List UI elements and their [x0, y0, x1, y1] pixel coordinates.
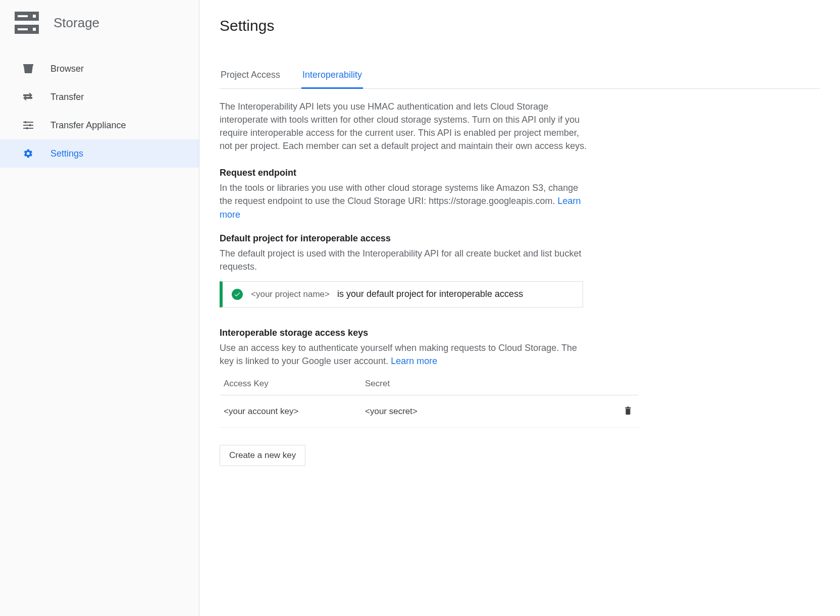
cell-access-key: <your account key>	[220, 395, 361, 428]
sliders-icon	[22, 119, 34, 131]
request-endpoint-heading: Request endpoint	[220, 168, 820, 178]
col-header-secret: Secret	[361, 373, 613, 395]
tab-project-access[interactable]: Project Access	[220, 65, 281, 89]
sidebar-item-browser[interactable]: Browser	[0, 55, 199, 83]
svg-rect-9	[29, 124, 31, 126]
create-key-button[interactable]: Create a new key	[220, 445, 305, 466]
trash-icon	[623, 409, 633, 417]
sidebar-item-label: Settings	[50, 148, 185, 159]
banner-text: <your project name> is your default proj…	[251, 289, 523, 299]
check-circle-icon	[232, 289, 243, 300]
svg-rect-8	[23, 125, 33, 126]
table-row: <your account key> <your secret>	[220, 395, 639, 428]
storage-icon	[14, 12, 39, 34]
page-title: Settings	[220, 17, 820, 34]
tab-interoperability[interactable]: Interoperability	[301, 65, 363, 89]
sidebar-item-settings[interactable]: Settings	[0, 139, 199, 168]
banner-project-name: <your project name>	[251, 289, 330, 299]
svg-rect-2	[33, 15, 36, 18]
default-project-banner: <your project name> is your default proj…	[220, 281, 583, 307]
request-endpoint-body: In the tools or libraries you use with o…	[220, 183, 578, 206]
gear-icon	[22, 147, 34, 160]
svg-rect-7	[25, 121, 26, 123]
product-header: Storage	[0, 0, 199, 45]
product-title: Storage	[54, 15, 99, 31]
keys-learn-more-link[interactable]: Learn more	[391, 356, 437, 366]
svg-rect-11	[26, 127, 28, 129]
sidebar-nav: Browser Transfer	[0, 45, 199, 168]
transfer-icon	[22, 91, 34, 103]
default-project-heading: Default project for interoperable access	[220, 233, 820, 244]
main-content: Settings Project Access Interoperability…	[199, 0, 840, 616]
sidebar-item-transfer[interactable]: Transfer	[0, 83, 199, 111]
default-project-text: The default project is used with the Int…	[220, 247, 588, 273]
svg-rect-4	[18, 15, 28, 17]
sidebar-item-label: Transfer Appliance	[50, 120, 185, 131]
sidebar-item-label: Browser	[50, 64, 185, 74]
svg-rect-5	[18, 28, 28, 30]
keys-text: Use an access key to authenticate yourse…	[220, 341, 588, 368]
col-header-access-key: Access Key	[220, 373, 361, 395]
keys-table: Access Key Secret <your account key> <yo…	[220, 373, 639, 428]
banner-suffix: is your default project for interoperabl…	[337, 289, 523, 299]
svg-rect-10	[23, 128, 33, 129]
delete-key-button[interactable]	[621, 403, 635, 419]
sidebar-item-transfer-appliance[interactable]: Transfer Appliance	[0, 111, 199, 139]
sidebar-item-label: Transfer	[50, 92, 185, 102]
tabs: Project Access Interoperability	[220, 65, 820, 89]
cell-secret: <your secret>	[361, 395, 613, 428]
svg-rect-3	[33, 28, 36, 31]
bucket-icon	[22, 63, 34, 75]
request-endpoint-text: In the tools or libraries you use with o…	[220, 181, 588, 221]
intro-text: The Interoperability API lets you use HM…	[220, 100, 588, 152]
sidebar: Storage Browser Transfer	[0, 0, 199, 616]
keys-heading: Interoperable storage access keys	[220, 328, 820, 338]
